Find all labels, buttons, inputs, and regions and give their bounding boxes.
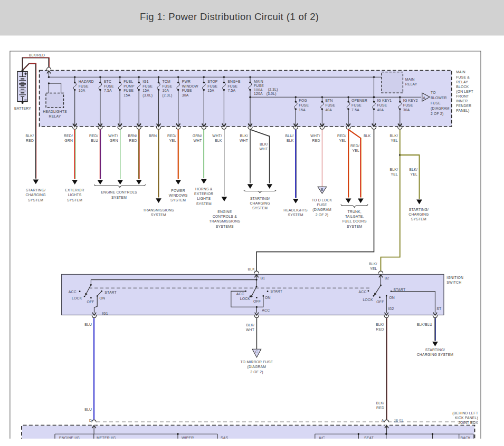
svg-text:MAIN: MAIN — [456, 70, 465, 74]
svg-text:RED/: RED/ — [337, 134, 346, 138]
svg-text:IG1: IG1 — [142, 80, 149, 83]
svg-text:LOCK: LOCK — [72, 296, 82, 300]
svg-text:RED/: RED/ — [89, 134, 98, 138]
svg-text:10A: 10A — [163, 89, 169, 92]
svg-text:LOCK: LOCK — [240, 297, 251, 300]
svg-text:TO MIRROR FUSE: TO MIRROR FUSE — [241, 360, 273, 364]
svg-text:FENDER: FENDER — [456, 104, 471, 108]
svg-text:(ON LEFT: (ON LEFT — [456, 90, 473, 94]
svg-text:30A: 30A — [182, 93, 189, 97]
svg-text:15A: 15A — [207, 89, 214, 92]
svg-text:BLK/: BLK/ — [376, 401, 384, 405]
svg-text:B1: B1 — [261, 276, 265, 280]
svg-text:PWR: PWR — [182, 80, 191, 83]
svg-text:BLK/: BLK/ — [376, 323, 384, 326]
svg-text:(BEHIND LEFT: (BEHIND LEFT — [452, 411, 478, 415]
svg-text:BLK/: BLK/ — [409, 168, 417, 171]
svg-text:STOP: STOP — [207, 80, 217, 83]
svg-text:PUMP: PUMP — [123, 84, 135, 88]
svg-text:TRANSMISSIONS: TRANSMISSIONS — [143, 208, 174, 212]
svg-text:STARTING/: STARTING/ — [425, 348, 445, 352]
svg-text:CHARGING: CHARGING — [25, 193, 45, 197]
svg-text:JOINT BOX: JOINT BOX — [458, 421, 478, 424]
svg-text:POWER: POWER — [171, 189, 185, 192]
svg-text:BLK/BLU: BLK/BLU — [417, 323, 432, 326]
svg-text:SYSTEM: SYSTEM — [67, 198, 82, 202]
svg-text:BTN: BTN — [325, 99, 332, 102]
svg-text:ACC: ACC — [236, 292, 244, 296]
svg-text:FUSE: FUSE — [182, 89, 192, 92]
svg-text:HAZARD: HAZARD — [79, 80, 94, 83]
svg-text:CONTROLS &: CONTROLS & — [213, 215, 237, 218]
svg-text:C: C — [255, 350, 258, 354]
svg-text:FUSE: FUSE — [317, 203, 327, 207]
svg-text:ON: ON — [389, 296, 395, 299]
svg-text:OPENER: OPENER — [351, 99, 367, 102]
svg-text:BLK/: BLK/ — [369, 262, 377, 266]
svg-text:SYSTEMS: SYSTEMS — [216, 225, 234, 228]
svg-text:BRN: BRN — [149, 134, 157, 138]
svg-text:BLU: BLU — [84, 408, 92, 411]
svg-text:SWITCH: SWITCH — [446, 280, 461, 284]
svg-text:FUSE: FUSE — [163, 84, 173, 88]
svg-text:WHT: WHT — [240, 139, 248, 142]
svg-text:40A: 40A — [325, 108, 332, 112]
svg-text:WHT: WHT — [246, 328, 254, 332]
svg-text:ON: ON — [100, 296, 106, 300]
svg-text:YEL: YEL — [411, 172, 417, 176]
svg-text:15A: 15A — [299, 108, 306, 112]
svg-text:FUSE: FUSE — [325, 103, 335, 107]
svg-text:SYSTEM: SYSTEM — [288, 213, 303, 217]
svg-text:EXTERIOR: EXTERIOR — [194, 192, 213, 196]
svg-text:A: A — [423, 96, 425, 100]
svg-text:YEL: YEL — [339, 139, 346, 142]
svg-text:TCM: TCM — [163, 80, 170, 83]
svg-text:40A: 40A — [377, 108, 384, 112]
svg-text:ENGINE: ENGINE — [217, 210, 232, 214]
svg-text:Fig 1: Power Distribution Circ: Fig 1: Power Distribution Circuit (1 of … — [140, 11, 319, 22]
svg-text:BLK: BLK — [364, 134, 371, 138]
svg-text:GRN: GRN — [110, 139, 118, 142]
svg-text:B: B — [321, 188, 324, 191]
svg-text:KICK PANEL): KICK PANEL) — [455, 416, 478, 420]
svg-text:WHT: WHT — [259, 147, 268, 151]
svg-text:BRN/: BRN/ — [128, 134, 137, 138]
svg-text:(DIAGRAM: (DIAGRAM — [431, 106, 450, 111]
svg-text:FUSE: FUSE — [104, 84, 114, 88]
svg-text:WINDOW: WINDOW — [182, 84, 198, 88]
svg-text:(3.0L): (3.0L) — [267, 92, 277, 96]
svg-text:FUSE: FUSE — [254, 84, 264, 88]
svg-text:RED/: RED/ — [167, 134, 176, 138]
svg-text:IGNITION: IGNITION — [446, 276, 463, 279]
svg-text:2 OF 2): 2 OF 2) — [431, 112, 443, 116]
svg-text:STARTING/: STARTING/ — [26, 188, 45, 192]
svg-text:RELAY: RELAY — [49, 114, 61, 118]
svg-text:(DIAGRAM: (DIAGRAM — [312, 208, 331, 212]
svg-text:HEADLIGHTS: HEADLIGHTS — [43, 110, 67, 113]
svg-text:BLOWER: BLOWER — [431, 96, 447, 100]
svg-text:TAILGATE,: TAILGATE, — [345, 215, 364, 218]
svg-text:BLK/: BLK/ — [246, 323, 254, 327]
svg-text:START: START — [104, 290, 117, 294]
svg-text:(2.3L): (2.3L) — [163, 93, 173, 98]
svg-text:ENG+B: ENG+B — [227, 80, 240, 83]
svg-text:FUSE: FUSE — [79, 84, 89, 88]
svg-text:SYSTEM: SYSTEM — [347, 225, 362, 228]
svg-text:TRUNK,: TRUNK, — [347, 210, 362, 214]
svg-text:ETC: ETC — [104, 80, 111, 83]
svg-text:10A: 10A — [79, 89, 85, 92]
svg-text:BLK/RED: BLK/RED — [29, 53, 45, 57]
svg-text:7.5A: 7.5A — [351, 108, 359, 112]
svg-text:OFF: OFF — [376, 300, 384, 304]
svg-text:ACC: ACC — [69, 290, 77, 294]
svg-text:ENGINE CONTROLS: ENGINE CONTROLS — [101, 190, 137, 194]
svg-text:RED: RED — [312, 139, 320, 142]
svg-text:BLK: BLK — [248, 267, 255, 271]
svg-text:WHT: WHT — [193, 139, 202, 142]
svg-text:TO D LOCK: TO D LOCK — [312, 198, 332, 202]
svg-text:CHARGING: CHARGING — [250, 201, 270, 205]
svg-text:RED/: RED/ — [350, 144, 359, 148]
svg-text:WHT/: WHT/ — [108, 134, 118, 138]
svg-text:START: START — [394, 288, 406, 292]
svg-text:D: D — [89, 419, 92, 422]
